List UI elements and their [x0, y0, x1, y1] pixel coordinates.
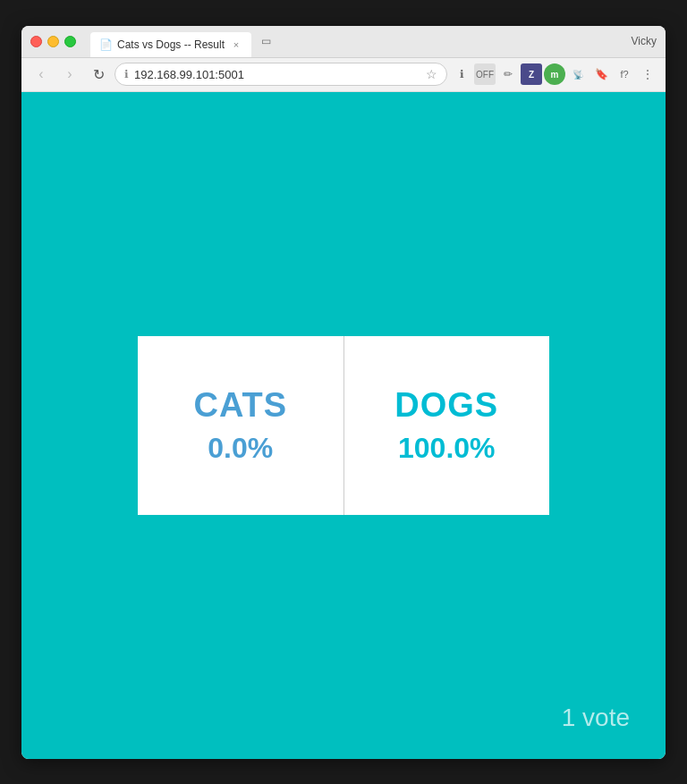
cats-label: CATS	[193, 386, 287, 425]
forward-button[interactable]: ›	[57, 62, 82, 87]
tab-page-icon: 📄	[99, 38, 112, 51]
dogs-side: DOGS 100.0%	[344, 336, 550, 515]
bookmark-manager-icon[interactable]: 🔖	[590, 63, 612, 85]
nav-right-icons: ℹ OFF ✏ Z m 📡 🔖 f? ⋮	[451, 63, 658, 85]
bookmark-icon[interactable]: ☆	[426, 67, 437, 81]
dogs-label: DOGS	[394, 386, 498, 425]
address-bar[interactable]: ℹ 192.168.99.101:5001 ☆	[114, 63, 447, 86]
page-content: CATS 0.0% DOGS 100.0% 1 vote	[21, 92, 666, 759]
address-text: 192.168.99.101:5001	[134, 68, 420, 81]
tab-title: Cats vs Dogs -- Result	[117, 38, 225, 51]
title-bar: 📄 Cats vs Dogs -- Result × ▭ Vicky	[21, 26, 666, 58]
dogs-percent: 100.0%	[398, 432, 496, 465]
user-label: Vicky	[632, 35, 657, 47]
rss-icon[interactable]: 📡	[567, 63, 589, 85]
browser-window: 📄 Cats vs Dogs -- Result × ▭ Vicky ‹ › ↻…	[21, 26, 666, 759]
reload-icon: ↻	[93, 66, 105, 83]
back-icon: ‹	[38, 66, 43, 82]
new-tab-button[interactable]: ▭	[255, 30, 276, 52]
z-extension-icon[interactable]: Z	[521, 63, 542, 85]
extension-off-icon[interactable]: OFF	[474, 63, 496, 85]
forward-icon: ›	[67, 66, 72, 82]
minimize-button[interactable]	[47, 36, 59, 47]
m-extension-icon[interactable]: m	[544, 63, 565, 85]
tab-bar: 📄 Cats vs Dogs -- Result × ▭	[90, 29, 657, 54]
vote-count: 1 vote	[562, 704, 630, 732]
formula-icon[interactable]: f?	[614, 63, 635, 85]
traffic-lights	[30, 36, 76, 47]
back-button[interactable]: ‹	[29, 62, 54, 87]
pencil-icon[interactable]: ✏	[497, 63, 519, 85]
info-icon: ℹ	[124, 68, 129, 80]
active-tab[interactable]: 📄 Cats vs Dogs -- Result ×	[90, 32, 251, 57]
info-button[interactable]: ℹ	[451, 63, 472, 85]
result-card: CATS 0.0% DOGS 100.0%	[138, 336, 549, 515]
menu-icon[interactable]: ⋮	[637, 63, 658, 85]
cats-side: CATS 0.0%	[138, 336, 344, 515]
close-button[interactable]	[30, 36, 42, 47]
tab-close-button[interactable]: ×	[230, 38, 242, 51]
maximize-button[interactable]	[64, 36, 76, 47]
reload-button[interactable]: ↻	[86, 62, 111, 87]
nav-bar: ‹ › ↻ ℹ 192.168.99.101:5001 ☆ ℹ OFF ✏ Z …	[21, 58, 666, 92]
cats-percent: 0.0%	[208, 432, 273, 465]
